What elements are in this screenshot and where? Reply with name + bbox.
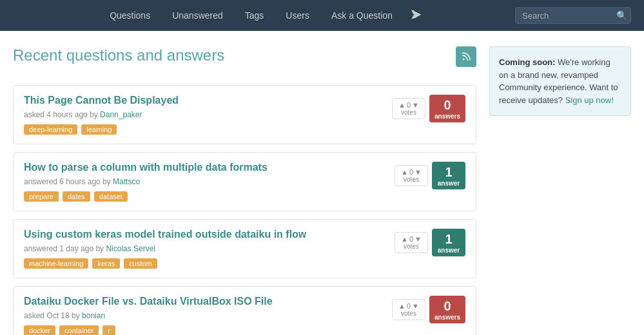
- tag[interactable]: prepare: [24, 191, 59, 202]
- search-box: 🔍: [515, 7, 631, 24]
- tag[interactable]: machine-learning: [24, 258, 88, 269]
- tag[interactable]: docker: [24, 325, 55, 335]
- answer-number: 0: [444, 97, 451, 113]
- tags-row: deep-learning learning: [24, 124, 385, 135]
- vote-box: ▲ 0 ▼ votes: [392, 299, 425, 320]
- question-body: Dataiku Docker File vs. Dataiku VirtualB…: [24, 296, 385, 335]
- login-icon[interactable]: ⮞: [405, 5, 427, 26]
- stats-area: ▲ 0 ▼ votes 1 answer: [395, 162, 465, 189]
- coming-soon-box: Coming soon: We're working on a brand ne…: [489, 46, 631, 116]
- tags-row: prepare dates dataset: [24, 191, 388, 202]
- vote-count: 0: [407, 302, 411, 310]
- answer-box: 0 answers: [429, 296, 465, 323]
- main-nav: Questions Unanswered Tags Users Ask a Qu…: [0, 0, 644, 31]
- answer-number: 1: [445, 164, 452, 180]
- vote-arrows: ▲ 0 ▼: [398, 302, 419, 310]
- tag[interactable]: dataset: [94, 191, 128, 202]
- vote-arrows: ▲ 0 ▼: [401, 168, 422, 176]
- coming-soon-bold: Coming soon:: [499, 57, 555, 67]
- question-title[interactable]: How to parse a column with multiple data…: [24, 162, 388, 173]
- answer-box: 1 answer: [432, 229, 465, 256]
- tag[interactable]: custom: [124, 258, 157, 269]
- question-meta: asked 4 hours ago by Dann_paker: [24, 110, 385, 119]
- answer-box: 1 answer: [432, 162, 465, 189]
- nav-links: Questions Unanswered Tags Users Ask a Qu…: [13, 5, 515, 26]
- question-author[interactable]: Dann_paker: [100, 110, 142, 119]
- answer-label: answers: [434, 113, 460, 120]
- question-author[interactable]: Nicolas Servel: [106, 244, 155, 253]
- tags-row: docker container r: [24, 325, 385, 335]
- vote-label: votes: [401, 310, 416, 317]
- question-author[interactable]: Mattsco: [113, 177, 140, 186]
- tag[interactable]: deep-learning: [24, 124, 77, 135]
- answer-number: 1: [445, 231, 452, 247]
- svg-point-0: [463, 59, 465, 61]
- vote-count: 0: [409, 168, 413, 176]
- nav-tags[interactable]: Tags: [236, 6, 273, 24]
- content-area: Recent questions and answers This Page C…: [13, 46, 476, 335]
- tag[interactable]: learning: [81, 124, 117, 135]
- nav-questions[interactable]: Questions: [101, 6, 159, 24]
- signup-link[interactable]: Sign up now!: [565, 95, 614, 105]
- question-body: Using custom keras model trained outside…: [24, 229, 388, 269]
- answer-label: answer: [438, 180, 460, 187]
- sidebar: Coming soon: We're working on a brand ne…: [489, 46, 631, 335]
- question-meta: asked Oct 18 by bonian: [24, 311, 385, 320]
- nav-unanswered[interactable]: Unanswered: [163, 6, 232, 24]
- question-card: Dataiku Docker File vs. Dataiku VirtualB…: [13, 286, 476, 335]
- vote-label: votes: [404, 243, 419, 250]
- tag[interactable]: keras: [92, 258, 120, 269]
- nav-ask-question[interactable]: Ask a Question: [322, 6, 402, 24]
- question-meta: answered 6 hours ago by Mattsco: [24, 177, 388, 186]
- answer-label: answers: [434, 314, 460, 321]
- vote-count: 0: [409, 235, 413, 243]
- question-title[interactable]: Using custom keras model trained outside…: [24, 229, 388, 240]
- rss-button[interactable]: [456, 46, 476, 67]
- answer-label: answer: [438, 247, 460, 254]
- nav-users[interactable]: Users: [277, 6, 318, 24]
- vote-count: 0: [407, 101, 411, 109]
- vote-label: votes: [401, 109, 416, 116]
- tags-row: machine-learning keras custom: [24, 258, 388, 269]
- vote-box: ▲ 0 ▼ votes: [392, 98, 425, 119]
- question-card: Using custom keras model trained outside…: [13, 219, 476, 278]
- question-body: How to parse a column with multiple data…: [24, 162, 388, 202]
- stats-area: ▲ 0 ▼ votes 1 answer: [395, 229, 465, 256]
- tag[interactable]: r: [102, 325, 115, 335]
- answer-number: 0: [444, 298, 451, 314]
- tag[interactable]: dates: [63, 191, 90, 202]
- page-title: Recent questions and answers: [13, 46, 224, 64]
- search-icon[interactable]: 🔍: [616, 10, 627, 21]
- question-author[interactable]: bonian: [82, 311, 105, 320]
- question-card: How to parse a column with multiple data…: [13, 152, 476, 211]
- tag[interactable]: container: [59, 325, 99, 335]
- stats-area: ▲ 0 ▼ votes 0 answers: [392, 95, 465, 122]
- question-meta: answered 1 day ago by Nicolas Servel: [24, 244, 388, 253]
- question-title[interactable]: This Page Cannot Be Displayed: [24, 95, 385, 106]
- stats-area: ▲ 0 ▼ votes 0 answers: [392, 296, 465, 323]
- search-input[interactable]: [522, 11, 612, 21]
- main-container: Recent questions and answers This Page C…: [0, 31, 644, 335]
- question-title[interactable]: Dataiku Docker File vs. Dataiku VirtualB…: [24, 296, 385, 307]
- vote-box: ▲ 0 ▼ votes: [395, 165, 428, 186]
- vote-arrows: ▲ 0 ▼: [398, 101, 419, 109]
- answer-box: 0 answers: [429, 95, 465, 122]
- vote-box: ▲ 0 ▼ votes: [395, 232, 428, 253]
- vote-arrows: ▲ 0 ▼: [401, 235, 422, 243]
- question-card: This Page Cannot Be Displayed asked 4 ho…: [13, 85, 476, 144]
- question-body: This Page Cannot Be Displayed asked 4 ho…: [24, 95, 385, 135]
- vote-label: votes: [404, 176, 419, 183]
